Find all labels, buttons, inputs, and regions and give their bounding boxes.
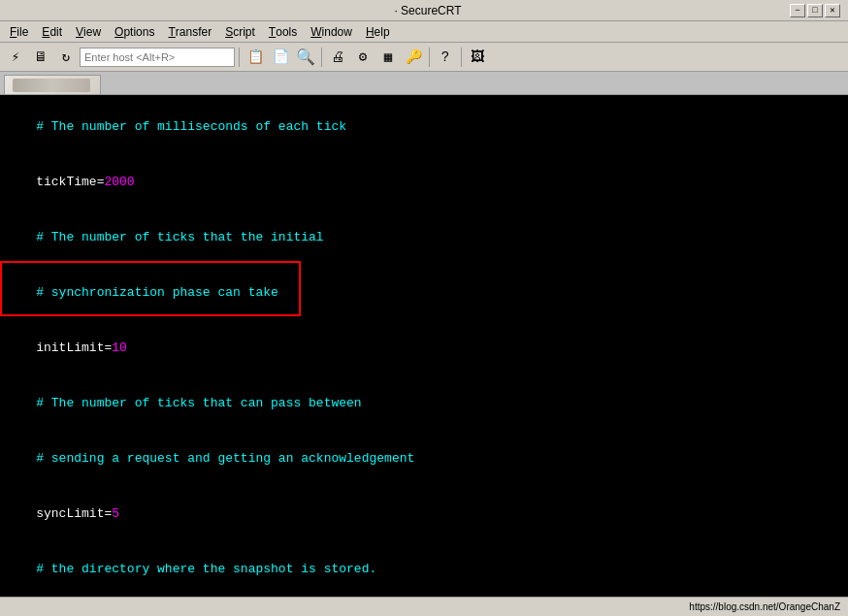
comment-text: # sending a request and getting an ackno… (36, 451, 414, 466)
title-bar: · SecureCRT − □ ✕ (0, 0, 848, 21)
window-title: · SecureCRT (66, 4, 790, 17)
reconnect-icon[interactable]: ↻ (54, 46, 78, 69)
code-key: syncLimit= (36, 506, 112, 521)
maximize-button[interactable]: □ (807, 4, 823, 17)
terminal-line: initLimit=10 (6, 320, 842, 375)
menu-tools[interactable]: Tools (263, 22, 303, 42)
menu-file[interactable]: File (4, 22, 34, 42)
menu-help[interactable]: Help (360, 22, 396, 42)
menu-options[interactable]: Options (109, 22, 160, 42)
comment-text: # The number of ticks that can pass betw… (36, 396, 361, 410)
code-value: 10 (112, 340, 127, 355)
menu-bar: File Edit View Options Transfer Script T… (0, 21, 848, 43)
connect-icon[interactable]: 🖥 (29, 46, 52, 69)
terminal-line: # synchronization phase can take (6, 265, 842, 320)
menu-edit[interactable]: Edit (36, 22, 68, 42)
paste-icon[interactable]: 📄 (269, 46, 292, 69)
settings-icon[interactable]: ⚙ (351, 46, 375, 69)
terminal-area[interactable]: # The number of milliseconds of each tic… (0, 95, 848, 597)
host-input[interactable] (80, 48, 235, 67)
code-key: tickTime= (36, 175, 104, 189)
terminal-line: # The number of milliseconds of each tic… (6, 99, 842, 154)
window-controls: − □ ✕ (790, 4, 840, 17)
lightning-icon[interactable]: ⚡ (4, 46, 27, 69)
menu-window[interactable]: Window (305, 22, 358, 42)
find-icon[interactable]: 🔍 (294, 46, 317, 69)
terminal-line: # The number of ticks that the initial (6, 210, 842, 265)
terminal-line: # sending a request and getting an ackno… (6, 431, 842, 486)
screenshot-icon[interactable]: 🖼 (466, 46, 489, 69)
terminal-line: # The number of ticks that can pass betw… (6, 375, 842, 431)
layout-icon[interactable]: ▦ (376, 46, 400, 69)
toolbar: ⚡ 🖥 ↻ 📋 📄 🔍 🖨 ⚙ ▦ 🔑 ? 🖼 (0, 43, 848, 72)
key-icon[interactable]: 🔑 (402, 46, 425, 69)
comment-text: # The number of ticks that the initial (36, 230, 323, 244)
terminal-line: # the directory where the snapshot is st… (6, 541, 842, 597)
comment-text: # synchronization phase can take (36, 285, 278, 300)
print-icon[interactable]: 🖨 (326, 46, 349, 69)
menu-transfer[interactable]: Transfer (162, 22, 217, 42)
separator-4 (461, 48, 462, 67)
close-button[interactable]: ✕ (825, 4, 840, 17)
status-bar: https://blog.csdn.net/OrangeChanZ (0, 597, 848, 616)
separator-1 (239, 48, 240, 67)
terminal-line: syncLimit=5 (6, 486, 842, 541)
terminal-line: tickTime=2000 (6, 154, 842, 210)
minimize-button[interactable]: − (790, 4, 805, 17)
separator-2 (321, 48, 322, 67)
tab-thumbnail (13, 79, 90, 92)
help-icon[interactable]: ? (434, 46, 457, 69)
separator-3 (429, 48, 430, 67)
menu-script[interactable]: Script (219, 22, 261, 42)
tab-bar (0, 72, 848, 95)
menu-view[interactable]: View (70, 22, 107, 42)
code-key: initLimit= (36, 340, 112, 355)
comment-text: # The number of milliseconds of each tic… (36, 119, 346, 134)
code-value: 5 (112, 506, 119, 521)
code-value: 2000 (104, 175, 134, 189)
status-url: https://blog.csdn.net/OrangeChanZ (689, 601, 840, 612)
tab-session[interactable] (4, 75, 101, 94)
comment-text: # the directory where the snapshot is st… (36, 562, 376, 576)
copy-icon[interactable]: 📋 (244, 46, 267, 69)
